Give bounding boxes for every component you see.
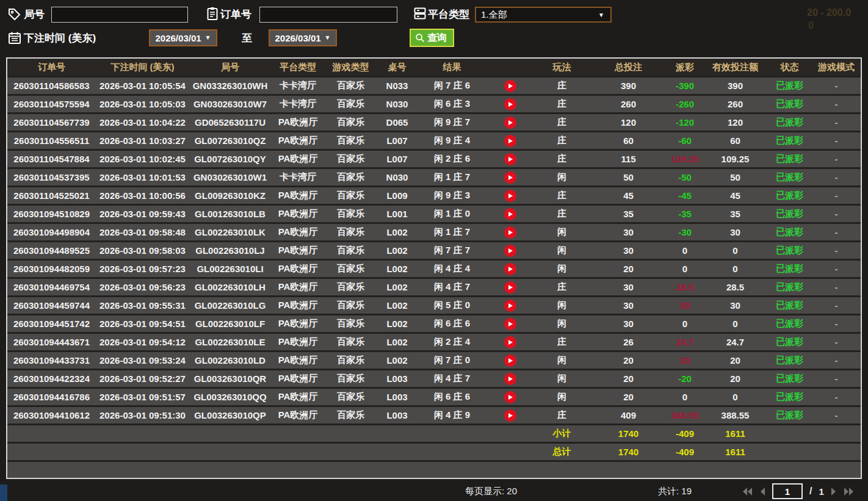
last-page-button[interactable] [844,487,854,496]
cell-game_type: 百家乐 [325,355,377,366]
cell-mode: - [812,355,861,366]
replay-button[interactable] [504,208,516,220]
replay-button[interactable] [504,171,516,184]
cell-total_bet: 30 [590,227,667,237]
cell-bet_time: 2026-03-01 09:54:12 [96,337,189,347]
cell-total_bet: 260 [590,99,667,109]
cell-game_type: 百家乐 [325,281,377,293]
table-row: 2603010944820592026-03-01 09:57:23GL0022… [7,261,861,279]
col-header-platform: 平台类型 [271,62,325,73]
cell-status: 已派彩 [767,355,812,366]
replay-button[interactable] [504,300,516,312]
cell-table_no: L007 [377,154,418,164]
replay-button[interactable] [504,355,516,367]
replay-button[interactable] [504,226,516,239]
cell-game_type: 百家乐 [325,300,377,311]
cell-game_id: GL002263010LH [189,282,271,292]
background-remnant-blue [0,485,7,501]
cell-order_id: 260301094451742 [7,319,96,329]
cell-replay [486,300,533,312]
cell-total_bet: 60 [590,135,667,146]
table-row: 2603010944436712026-03-01 09:54:12GL0022… [7,334,861,352]
cell-payout: 109.25 [667,154,703,164]
cell-payout: -60 [667,135,703,146]
cell-status: 已派彩 [767,391,812,403]
play-icon [508,157,513,162]
date-to-picker[interactable]: 2026/03/01 ▼ [269,29,337,46]
cell-total_bet: 35 [590,209,667,219]
cell-order_id: 260301104547884 [7,154,96,164]
replay-button[interactable] [504,263,516,275]
subtotal-row: 小计1740-4091611 [7,425,861,444]
game-id-input[interactable] [51,7,188,23]
cell-valid_bet: 120 [703,117,767,128]
cell-game_type: 百家乐 [325,80,377,92]
play-icon [508,358,513,363]
cell-bet_time: 2026-03-01 09:52:27 [96,373,189,384]
cell-total_bet: 30 [590,300,667,311]
table-row: 2603010945108292026-03-01 09:59:43GL0012… [7,206,861,224]
replay-button[interactable] [504,245,516,257]
cell-game_id: GL002263010LE [189,337,271,347]
query-button[interactable]: 查询 [410,29,454,47]
replay-button[interactable] [504,153,516,165]
cell-mode: - [812,209,861,219]
cell-bet_time: 2026-03-01 10:00:56 [96,190,189,201]
replay-button[interactable] [504,135,516,147]
cell-status: 已派彩 [767,263,812,275]
play-icon [508,377,513,381]
replay-button[interactable] [504,190,516,202]
next-page-button[interactable] [831,487,837,496]
replay-button[interactable] [504,409,516,422]
cell-total_bet: 20 [590,392,667,402]
cell-result: 闲 7 庄 7 [418,245,486,256]
date-from-value: 2026/03/01 [156,33,201,43]
cell-mode: - [812,154,861,164]
cell-game_id: GL007263010QZ [189,135,271,146]
cell-result: 闲 6 庄 3 [418,98,486,110]
cell-play_type: 庄 [533,80,590,92]
table-empty-area [7,462,861,478]
play-icon [508,395,513,400]
cell-game_id: GL007263010QY [189,154,271,164]
replay-button[interactable] [504,281,516,294]
replay-button[interactable] [504,336,516,348]
first-page-button[interactable] [742,487,753,496]
cell-play_type: 庄 [533,336,590,348]
page-number-input[interactable] [772,483,803,499]
play-icon [508,212,513,217]
order-id-input[interactable] [259,7,397,23]
cell-status: 已派彩 [767,336,812,348]
cell-status: 已派彩 [767,318,812,330]
replay-button[interactable] [504,80,516,92]
cell-platform: PA欧洲厅 [271,245,325,256]
replay-button[interactable] [504,318,516,330]
cell-valid_bet: 0 [703,264,767,274]
replay-button[interactable] [504,373,516,385]
cell-platform: PA欧洲厅 [271,355,325,366]
table-row: 2603010944697542026-03-01 09:56:23GL0022… [7,279,861,297]
cell-play_type: 庄 [533,98,590,110]
replay-button[interactable] [504,117,516,129]
cell-play_type: 闲 [533,171,590,183]
replay-button[interactable] [504,391,516,403]
table-row: 2603011045755942026-03-01 10:05:03GN0302… [7,96,861,114]
platform-type-select[interactable]: 1.全部 ▼ [475,7,612,23]
cell-play_type: 闲 [533,355,590,366]
game-id-label: 局号 [24,7,45,23]
cell-payout: -30 [667,227,703,237]
platform-type-label: 平台类型 [428,7,469,23]
cell-payout: 24.7 [667,337,703,347]
cell-valid_bet: 388.55 [703,410,767,420]
previous-page-button[interactable] [759,487,765,496]
cell-game_type: 百家乐 [325,98,377,110]
cell-mode: - [812,135,861,146]
date-from-picker[interactable]: 2026/03/01 ▼ [149,29,217,46]
cell-valid_bet: 260 [703,99,767,109]
replay-button[interactable] [504,98,516,110]
play-icon [508,193,513,198]
cell-mode: - [812,373,861,384]
platform-icon [413,6,427,21]
chevron-down-icon: ▼ [598,12,610,18]
cell-mode: - [812,245,861,256]
